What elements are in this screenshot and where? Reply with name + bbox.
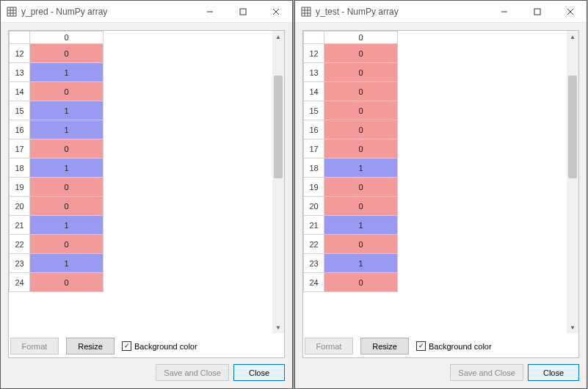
titlebar[interactable]: y_pred - NumPy array bbox=[1, 1, 292, 23]
row-header[interactable]: 12 bbox=[10, 44, 30, 63]
titlebar[interactable]: y_test - NumPy array bbox=[295, 1, 587, 23]
row-header[interactable]: 16 bbox=[10, 120, 30, 139]
close-button[interactable]: Close bbox=[233, 364, 285, 381]
close-window-button[interactable] bbox=[259, 1, 292, 22]
scroll-thumb[interactable] bbox=[274, 76, 283, 178]
cell[interactable]: 0 bbox=[30, 139, 104, 159]
close-button[interactable]: Close bbox=[528, 364, 579, 381]
row-header[interactable]: 22 bbox=[304, 235, 324, 254]
row-header[interactable]: 15 bbox=[304, 101, 324, 120]
row-header[interactable]: 17 bbox=[10, 139, 30, 159]
cell[interactable]: 0 bbox=[30, 44, 104, 63]
vertical-scrollbar[interactable]: ▲ ▼ bbox=[567, 31, 578, 333]
close-window-button[interactable] bbox=[553, 1, 587, 22]
background-color-checkbox[interactable]: ✓ Background color bbox=[122, 341, 197, 351]
table-row: 190 bbox=[304, 178, 398, 197]
resize-button[interactable]: Resize bbox=[66, 338, 115, 355]
row-header[interactable]: 22 bbox=[10, 235, 30, 254]
cell[interactable]: 1 bbox=[324, 216, 398, 235]
cell[interactable]: 1 bbox=[324, 254, 398, 273]
cell[interactable]: 0 bbox=[324, 178, 398, 197]
table-row: 150 bbox=[304, 101, 398, 120]
cell[interactable]: 0 bbox=[30, 82, 104, 101]
cell[interactable]: 0 bbox=[324, 82, 398, 101]
row-header[interactable]: 19 bbox=[10, 178, 30, 197]
minimize-button[interactable] bbox=[487, 1, 520, 22]
format-button[interactable]: Format bbox=[10, 338, 59, 355]
scroll-down-icon[interactable]: ▼ bbox=[567, 321, 578, 333]
maximize-button[interactable] bbox=[226, 1, 259, 22]
row-header[interactable]: 15 bbox=[10, 101, 30, 120]
client-area: 0120130140150160170181190200211220231240… bbox=[302, 30, 579, 358]
minimize-button[interactable] bbox=[193, 1, 226, 22]
row-header[interactable]: 13 bbox=[10, 63, 30, 82]
row-header[interactable]: 14 bbox=[10, 82, 30, 101]
cell[interactable]: 1 bbox=[30, 216, 104, 235]
cell[interactable]: 1 bbox=[30, 101, 104, 120]
row-header[interactable]: 19 bbox=[304, 178, 324, 197]
cell[interactable]: 1 bbox=[30, 120, 104, 139]
cell[interactable]: 0 bbox=[30, 273, 104, 292]
row-header[interactable]: 24 bbox=[10, 273, 30, 292]
cell[interactable]: 0 bbox=[324, 44, 398, 63]
scroll-track[interactable] bbox=[567, 43, 578, 321]
cell[interactable]: 0 bbox=[30, 197, 104, 216]
table-row: 211 bbox=[304, 216, 398, 235]
scroll-down-icon[interactable]: ▼ bbox=[272, 321, 284, 333]
cell[interactable]: 0 bbox=[324, 139, 398, 159]
background-color-checkbox[interactable]: ✓ Background color bbox=[416, 341, 492, 351]
row-header[interactable]: 20 bbox=[10, 197, 30, 216]
row-header[interactable]: 17 bbox=[304, 139, 324, 159]
scroll-up-icon[interactable]: ▲ bbox=[567, 31, 578, 43]
cell[interactable]: 1 bbox=[30, 254, 104, 273]
maximize-button[interactable] bbox=[520, 1, 553, 22]
svg-rect-17 bbox=[534, 9, 540, 15]
row-header[interactable]: 18 bbox=[10, 159, 30, 178]
column-header[interactable]: 0 bbox=[30, 32, 104, 44]
vertical-scrollbar[interactable]: ▲ ▼ bbox=[272, 31, 284, 333]
save-and-close-button[interactable]: Save and Close bbox=[156, 364, 229, 381]
row-header[interactable]: 12 bbox=[304, 44, 324, 63]
cell[interactable]: 0 bbox=[30, 235, 104, 254]
row-header[interactable]: 21 bbox=[10, 216, 30, 235]
row-header[interactable]: 23 bbox=[304, 254, 324, 273]
row-header[interactable]: 21 bbox=[304, 216, 324, 235]
cell[interactable]: 0 bbox=[324, 273, 398, 292]
scroll-track[interactable] bbox=[272, 43, 284, 321]
maximize-icon bbox=[239, 8, 247, 15]
array-table: 0120131140151161170181190200211220231240 bbox=[9, 31, 104, 292]
scroll-up-icon[interactable]: ▲ bbox=[272, 31, 284, 43]
row-header[interactable]: 24 bbox=[304, 273, 324, 292]
cell[interactable]: 0 bbox=[324, 197, 398, 216]
row-header[interactable]: 23 bbox=[10, 254, 30, 273]
table-row: 181 bbox=[10, 159, 104, 178]
scroll-thumb[interactable] bbox=[568, 76, 577, 178]
table-row: 130 bbox=[304, 63, 398, 82]
format-button[interactable]: Format bbox=[305, 338, 353, 355]
row-header[interactable]: 20 bbox=[304, 197, 324, 216]
cell[interactable]: 0 bbox=[324, 120, 398, 139]
table-row: 190 bbox=[10, 178, 104, 197]
window-title: y_pred - NumPy array bbox=[21, 7, 193, 17]
client-area: 0120131140151161170181190200211220231240… bbox=[8, 30, 285, 358]
save-and-close-button[interactable]: Save and Close bbox=[450, 364, 523, 381]
table-corner bbox=[10, 32, 30, 44]
cell[interactable]: 0 bbox=[30, 178, 104, 197]
table-row: 220 bbox=[304, 235, 398, 254]
cell[interactable]: 1 bbox=[30, 159, 104, 178]
cell[interactable]: 0 bbox=[324, 101, 398, 120]
table-row: 140 bbox=[304, 82, 398, 101]
row-header[interactable]: 16 bbox=[304, 120, 324, 139]
svg-rect-10 bbox=[301, 7, 311, 17]
cell[interactable]: 1 bbox=[30, 63, 104, 82]
cell[interactable]: 0 bbox=[324, 235, 398, 254]
row-header[interactable]: 13 bbox=[304, 63, 324, 82]
svg-rect-1 bbox=[7, 7, 16, 16]
resize-button[interactable]: Resize bbox=[360, 338, 409, 355]
row-header[interactable]: 18 bbox=[304, 159, 324, 178]
column-header[interactable]: 0 bbox=[324, 32, 398, 44]
cell[interactable]: 0 bbox=[324, 63, 398, 82]
row-header[interactable]: 14 bbox=[304, 82, 324, 101]
cell[interactable]: 1 bbox=[324, 159, 398, 178]
desktop: y_pred - NumPy array 0120131140151161170… bbox=[0, 0, 588, 389]
